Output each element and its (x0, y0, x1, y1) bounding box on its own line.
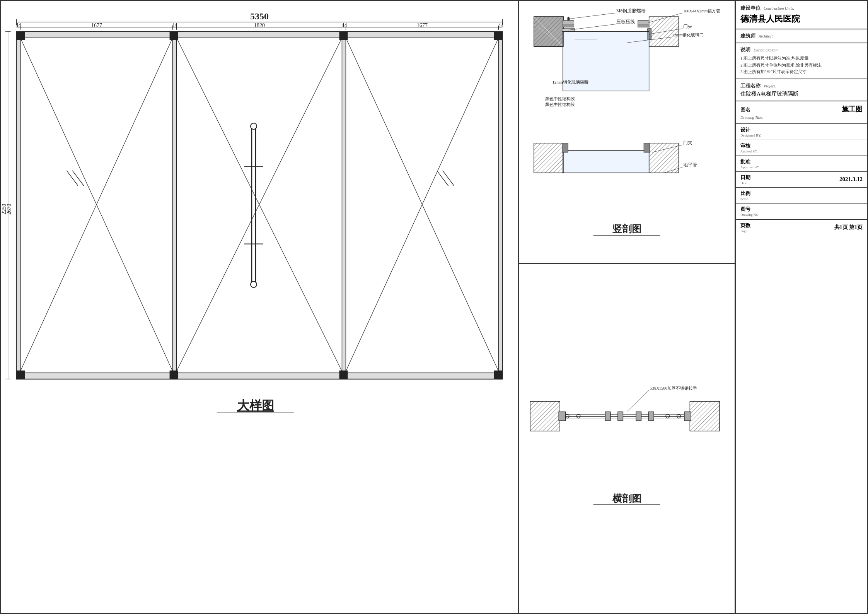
construction-unit-name: 德清县人民医院 (740, 13, 863, 25)
architect-section: 建筑师 Architect. (736, 29, 867, 43)
svg-text:44: 44 (172, 22, 177, 28)
approval-en: Approval BY. (740, 165, 863, 169)
svg-rect-89 (649, 143, 679, 173)
svg-rect-34 (494, 371, 502, 379)
svg-rect-91 (562, 143, 568, 152)
svg-text:门夹: 门夹 (683, 24, 692, 29)
svg-rect-92 (644, 143, 650, 152)
design-label: 设计 (740, 127, 863, 133)
explain-section: 说明 Design Explain 1.图上所有尺寸以标注为准,均以度量. 2.… (736, 43, 867, 79)
pages-en: Page. (740, 229, 750, 233)
horizontal-section: φ38X1500加厚不锈钢拉手 横剖图 (519, 264, 735, 613)
drawing-name-en: Drawing Title. (740, 115, 763, 120)
detail-area: M8钢质胀螺栓 压板压线 100X44X2mm铝方管 门夹 12mm钢化玻璃门 (519, 1, 735, 613)
svg-text:44: 44 (341, 22, 347, 28)
svg-text:竖剖图: 竖剖图 (612, 223, 641, 234)
svg-rect-68 (562, 29, 575, 32)
svg-rect-27 (342, 32, 346, 379)
svg-rect-65 (563, 25, 574, 27)
svg-point-47 (251, 123, 257, 129)
architect-en: Architect. (759, 34, 774, 38)
svg-rect-108 (636, 412, 641, 421)
date-value: 2021.3.12 (839, 176, 863, 183)
svg-line-74 (568, 13, 616, 19)
construction-unit-label: 建设单位 (740, 5, 761, 12)
svg-text:100X44X2mm铝方管: 100X44X2mm铝方管 (683, 9, 720, 13)
svg-line-54 (443, 171, 454, 186)
svg-rect-38 (339, 371, 348, 379)
svg-rect-106 (605, 412, 610, 421)
scale-row: 比例 Scale. (736, 188, 867, 204)
audit-label: 审核 (740, 142, 863, 149)
project-label: 工程名称 (740, 82, 761, 89)
drawing-no-en: Drawing No. (740, 213, 863, 217)
svg-text:1820: 1820 (254, 22, 265, 28)
architect-label: 建筑师 (740, 32, 755, 39)
explain-item-1: 1.图上所有尺寸以标注为准,均以度量. (740, 55, 863, 62)
svg-rect-88 (534, 143, 564, 173)
drawing-name-value: 施工图 (842, 104, 863, 114)
info-panel: 建设单位 Construction Units. 德清县人民医院 建筑师 Arc… (735, 1, 867, 613)
svg-rect-36 (170, 371, 178, 379)
drawing-name-label: 图名 (740, 107, 750, 113)
svg-text:大样图: 大样图 (237, 399, 274, 412)
drawing-title-section: 图名 Drawing Title. 施工图 (736, 101, 867, 124)
svg-rect-69 (638, 21, 649, 25)
project-section: 工程名称 Project. 住院楼A电梯厅玻璃隔断 (736, 79, 867, 101)
svg-line-114 (627, 390, 649, 412)
svg-rect-100 (690, 401, 720, 431)
svg-text:1677: 1677 (91, 22, 102, 28)
date-label: 日期 (740, 174, 750, 181)
svg-text:1677: 1677 (417, 22, 428, 28)
construction-unit-en: Construction Units. (764, 6, 794, 10)
pages-label: 页数 (740, 222, 750, 229)
svg-text:12mm钢化玻璃门: 12mm钢化玻璃门 (672, 32, 704, 37)
scale-en: Scale. (740, 197, 863, 201)
svg-text:φ38X1500加厚不锈钢拉手: φ38X1500加厚不锈钢拉手 (650, 386, 697, 390)
audit-en: Audited BY. (740, 149, 863, 153)
explain-en: Design Explain (754, 48, 778, 52)
svg-rect-70 (638, 25, 649, 27)
drawing-no-row: 图号 Drawing No. (736, 204, 867, 219)
svg-rect-99 (530, 401, 560, 431)
svg-rect-109 (649, 412, 654, 421)
svg-rect-64 (563, 21, 574, 25)
svg-rect-104 (559, 412, 565, 421)
drawing-area: 5350 44 1677 44 1820 44 1677 44 (1, 1, 519, 613)
svg-rect-33 (17, 371, 25, 379)
svg-text:黑色中性结构胶: 黑色中性结构胶 (545, 96, 575, 101)
svg-text:压板压线: 压板压线 (616, 19, 635, 24)
right-area: M8钢质胀螺栓 压板压线 100X44X2mm铝方管 门夹 12mm钢化玻璃门 (519, 1, 867, 613)
svg-text:横剖图: 横剖图 (612, 493, 641, 504)
date-en: Date. (740, 181, 750, 185)
svg-text:M8钢质胀螺栓: M8钢质胀螺栓 (616, 9, 646, 13)
explain-item-3: 3.图上所有加"※"尺寸表示待定尺寸. (740, 68, 863, 75)
svg-text:5350: 5350 (250, 11, 269, 21)
explain-label: 说明 (740, 46, 750, 53)
main-layout: 5350 44 1677 44 1820 44 1677 44 (1, 1, 867, 613)
vertical-section: M8钢质胀螺栓 压板压线 100X44X2mm铝方管 门夹 12mm钢化玻璃门 (519, 1, 735, 264)
svg-point-48 (251, 281, 257, 287)
svg-text:黑色中性结构胶: 黑色中性结构胶 (545, 102, 575, 107)
svg-line-76 (568, 24, 616, 30)
pages-row: 页数 Page. 共1页 第1页 (736, 219, 867, 235)
svg-text:44: 44 (16, 22, 21, 28)
explain-item-2: 2.图上所有尺寸单位均为毫米,除非另有标注. (740, 62, 863, 69)
svg-line-53 (437, 171, 448, 186)
approval-row: 批准 Approval BY. (736, 156, 867, 172)
svg-rect-62 (534, 17, 564, 46)
svg-line-41 (67, 171, 78, 186)
pages-value: 共1页 第1页 (834, 224, 863, 231)
svg-text:地平管: 地平管 (683, 162, 697, 167)
svg-rect-105 (684, 412, 691, 421)
design-row: 设计 Desigened BY. (736, 124, 867, 140)
project-en: Project. (764, 84, 776, 88)
page: 5350 44 1677 44 1820 44 1677 44 (0, 0, 868, 614)
approval-label: 批准 (740, 158, 863, 165)
svg-text:2670: 2670 (6, 204, 12, 215)
project-name: 住院楼A电梯厅玻璃隔断 (740, 91, 863, 97)
svg-text:44: 44 (498, 22, 503, 28)
svg-rect-25 (17, 32, 20, 379)
date-row: 日期 Date. 2021.3.12 (736, 172, 867, 188)
drawing-no-label: 图号 (740, 206, 863, 213)
